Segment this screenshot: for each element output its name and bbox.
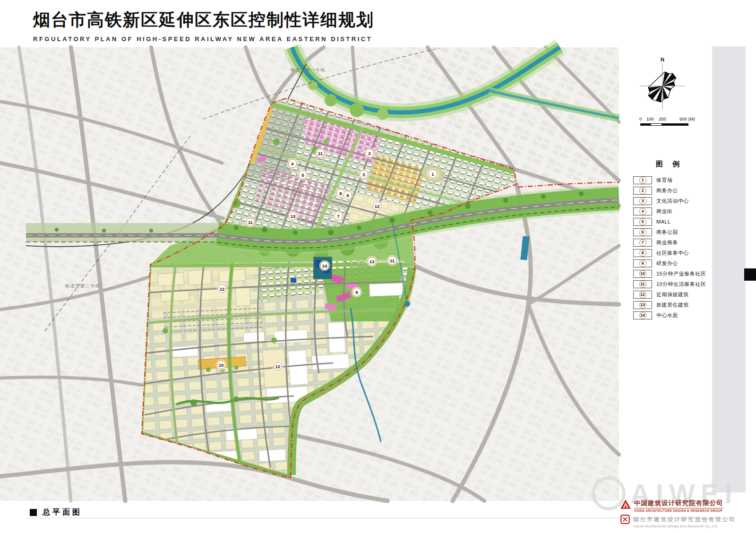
marker-number: 13 [369, 259, 375, 264]
marker-number: 14 [322, 263, 327, 268]
marker-number: 13 [291, 214, 296, 219]
legend-label: 商业街 [656, 208, 673, 215]
right-margin-panel [712, 46, 746, 492]
yantai-design-logo-icon [620, 514, 630, 525]
map-marker: 9 [352, 288, 361, 297]
rail-line-1-label: 轨道交通一号线 [291, 67, 326, 73]
legend-label: 10分钟生活服务社区 [656, 281, 706, 288]
map-marker: 11 [316, 149, 325, 158]
square-bullet-icon [30, 509, 37, 516]
legend-number: 12 [639, 291, 646, 298]
legend-row: 14中心水面 [633, 311, 706, 319]
legend-row: 7商业商务 [633, 239, 706, 246]
legend-key-box: 10 [633, 270, 652, 278]
legend-number: 14 [639, 312, 646, 319]
scale-tick: 0 [639, 116, 642, 121]
legend-key-box: 4 [633, 207, 652, 215]
publisher-2-name-en: Yantai Architectrual Design And Research… [633, 525, 736, 528]
map-marker: 7 [334, 212, 343, 221]
publisher-1-name-en: CHINA ARCHITECTURE DESIGN & RESEARCH GRO… [634, 509, 723, 512]
scale-bar-graphic [627, 123, 698, 126]
legend-key-box: 14 [633, 311, 652, 319]
legend-key-box: 8 [633, 249, 652, 257]
legend-label: 体育场 [656, 177, 673, 184]
cadg-logo-icon [620, 499, 631, 509]
legend-row: 12近期保留建筑 [633, 291, 706, 298]
map-marker: 11 [246, 218, 255, 227]
rail-line-2-label: 轨道交通二号线 [65, 283, 100, 289]
marker-number: 6 [346, 193, 349, 198]
legend-key-box: 5 [633, 218, 652, 226]
page-subtitle: RFGULATORY PLAN OF HIGH-SPEED RAILWAY NE… [33, 35, 374, 43]
legend-key-box: 2 [633, 187, 652, 195]
legend-number: 8 [639, 250, 646, 257]
legend-key-box: 13 [633, 301, 652, 309]
map-marker: 13 [289, 212, 298, 221]
map-marker: 12 [373, 202, 382, 211]
marker-number: 10 [219, 362, 224, 368]
legend-label: 商业商务 [656, 239, 678, 246]
legend-key-box: 9 [633, 259, 652, 267]
publisher-2-name: 烟台市建筑设计研究股份有限公司 [633, 516, 736, 524]
marker-number: 7 [337, 214, 339, 219]
legend-row: 2商务办公 [633, 187, 706, 194]
legend-number: 7 [639, 239, 646, 246]
scale-bar: 0 100 250 500 (M) [627, 116, 698, 126]
legend-number: 6 [639, 229, 646, 236]
legend-key-box: 7 [633, 239, 652, 247]
map-marker: 10 [217, 361, 226, 370]
page-title: 烟台市高铁新区延伸区东区控制性详细规划 [33, 9, 374, 32]
marker-number: 11 [318, 151, 323, 156]
map-marker: 12 [218, 284, 227, 293]
legend-number: 13 [639, 301, 646, 309]
legend-row: 1体育场 [633, 176, 706, 184]
legend-row: 1110分钟生活服务社区 [633, 280, 706, 288]
legend-label: 15分钟产业服务社区 [656, 270, 706, 277]
legend-number: 9 [639, 260, 646, 267]
marker-number: 4 [291, 161, 293, 166]
sheet-index-tab [744, 268, 756, 281]
marker-number: 9 [355, 290, 358, 295]
legend-key-box: 1 [633, 176, 652, 184]
legend-number: 5 [639, 218, 646, 225]
marker-number: 1 [431, 172, 434, 177]
legend-row: 1015分钟产业服务社区 [633, 270, 706, 277]
drawing-title-text: 总平面图 [43, 508, 82, 517]
publisher-block: 中国建筑设计研究院有限公司 CHINA ARCHITECTURE DESIGN … [620, 499, 752, 528]
marker-number: 2 [368, 151, 370, 156]
marker-number: 3 [362, 172, 365, 177]
legend: 图 例 1体育场 2商务办公 3文化活动中心 4商业街 5MALL 6商务公园 … [633, 160, 706, 322]
map-marker: 1 [429, 170, 438, 179]
legend-label: MALL [656, 219, 671, 224]
legend-number: 10 [639, 270, 646, 277]
legend-label: 商务办公 [656, 187, 678, 194]
map-marker: 12 [274, 362, 283, 371]
map-marker: 11 [388, 256, 397, 265]
scale-tick: 250 [659, 116, 666, 121]
legend-row: 5MALL [633, 218, 706, 225]
marker-number: 11 [390, 258, 395, 263]
legend-label: 研发办公 [656, 260, 678, 267]
legend-number: 4 [639, 208, 646, 215]
compass-rose-icon [639, 57, 686, 113]
legend-key-box: 12 [633, 291, 652, 299]
marker-number: 5 [301, 172, 304, 178]
legend-label: 社区服务中心 [656, 250, 689, 257]
scale-tick: 500 (M) [679, 116, 695, 121]
legend-row: 13新建居住建筑 [633, 301, 706, 309]
map-marker: 13 [368, 257, 377, 266]
map-marker: 14 [320, 261, 329, 270]
legend-label: 文化活动中心 [656, 198, 689, 205]
legend-label: 商务公园 [656, 229, 678, 236]
plan-sheet: 烟台市高铁新区延伸区东区控制性详细规划 RFGULATORY PLAN OF H… [0, 0, 756, 534]
marker-number: 12 [375, 204, 380, 209]
north-label: N [661, 57, 664, 62]
map-marker: 3 [360, 170, 369, 179]
marker-number: 12 [275, 364, 281, 369]
legend-key-box: 6 [633, 228, 652, 236]
publisher-1-name: 中国建筑设计研究院有限公司 [634, 499, 723, 508]
legend-row: 3文化活动中心 [633, 197, 706, 205]
legend-number: 11 [639, 281, 646, 288]
legend-number: 1 [639, 177, 646, 184]
legend-key-box: 11 [633, 280, 652, 288]
